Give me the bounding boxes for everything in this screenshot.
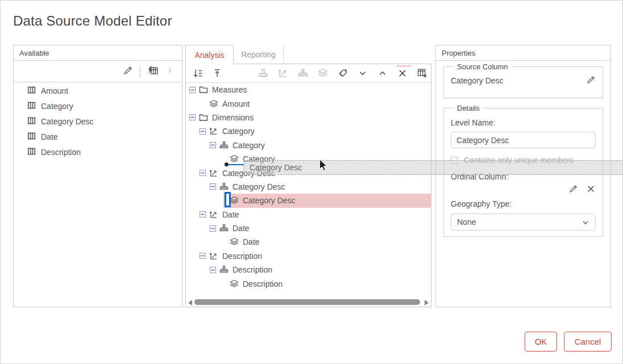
mouse-cursor-icon [319,159,329,174]
add-hierarchy-icon[interactable] [298,68,308,78]
scroll-right-arrow-icon[interactable] [425,300,429,306]
tree-label: Description [232,265,272,274]
ok-button[interactable]: OK [525,332,557,352]
chevron-down-icon[interactable] [358,68,368,78]
level-icon [230,154,239,164]
tree-label: Description [222,252,262,261]
geography-type-select[interactable]: None [451,214,596,231]
table-column-icon [27,86,36,96]
tree-row-categorydesc-hierarchy[interactable]: Category Desc [186,180,431,194]
hierarchy-icon [219,141,229,150]
list-item[interactable]: Description [14,144,182,160]
tree-row-description-hierarchy[interactable]: Description [186,263,431,277]
tab-analysis[interactable]: Analysis [185,45,234,64]
dimension-icon [209,169,218,178]
list-item[interactable]: Category Desc [14,114,182,129]
source-column-legend: Source Column [454,62,511,71]
delete-icon[interactable] [397,68,408,78]
field-label: Date [41,132,58,141]
collapse-box-icon[interactable] [189,87,196,93]
add-measure-icon[interactable] [258,68,268,78]
add-dimension-icon[interactable] [278,68,288,78]
collapse-box-icon[interactable] [210,183,216,190]
hierarchy-icon [219,265,229,274]
hover-hint-line [396,65,412,67]
delete-table-icon[interactable] [417,68,427,78]
move-down-icon[interactable] [193,68,203,78]
tree-label: Date [243,237,260,246]
tree-row-category-dimension[interactable]: Category [186,124,431,138]
collapse-box-icon[interactable] [210,225,216,232]
edit-ordinal-column-icon[interactable] [568,184,578,194]
source-column-value: Category Desc [451,76,504,85]
edit-field-icon[interactable] [123,65,133,78]
table-column-icon [27,132,36,142]
model-toolbar [186,64,431,83]
level-icon [230,279,239,288]
level-name-input[interactable] [451,132,596,148]
add-level-icon[interactable] [318,68,328,78]
available-field-list: Amount Category Category Desc Date Descr… [14,82,182,160]
tree-row-category-hierarchy[interactable]: Category [186,139,431,152]
field-label: Amount [41,86,68,95]
tree-row-dimensions[interactable]: Dimensions [186,111,431,124]
level-icon [209,99,218,108]
dimension-icon [209,252,218,261]
collapse-box-icon[interactable] [210,142,216,148]
collapse-box-icon[interactable] [189,114,196,120]
tree-row-amount[interactable]: Amount [186,97,431,110]
field-label: Description [41,148,81,157]
collapse-box-icon[interactable] [200,170,206,176]
tree-row-date-hierarchy[interactable]: Date [186,221,431,235]
dimension-icon [209,210,218,219]
chevron-up-icon[interactable] [377,68,388,78]
add-calculated-field-icon[interactable] [147,65,159,78]
collapse-box-icon[interactable] [200,128,206,135]
hierarchy-icon [219,224,229,233]
clear-ordinal-column-icon[interactable] [586,184,596,194]
toolbar-divider [140,65,140,78]
drag-ghost-label: Category Desc [250,163,302,172]
tree-row-description-dimension[interactable]: Description [186,249,431,263]
list-item[interactable]: Category [14,98,182,114]
collapse-box-icon[interactable] [200,211,206,217]
tree-row-categorydesc-level-selected[interactable]: Category Desc [186,194,431,207]
tree-row-date-level[interactable]: Date [186,235,431,249]
model-panel: Measures Amount Dimensions Category [185,64,431,307]
table-column-icon [27,116,36,127]
available-toolbar [14,61,182,82]
data-source-model-editor-dialog: Data Source Model Editor Available Amoun… [0,0,623,364]
table-column-icon [27,101,36,111]
tree-row-measures[interactable]: Measures [186,83,431,97]
move-up-icon[interactable] [213,68,223,78]
add-attribute-icon[interactable] [338,68,348,78]
details-legend: Details [454,104,483,112]
table-column-icon [27,147,36,157]
tree-row-date-dimension[interactable]: Date [186,208,431,221]
collapse-box-icon[interactable] [210,267,216,273]
list-item[interactable]: Date [14,129,182,144]
available-panel: Available Amount Category [13,45,182,307]
scrollbar-thumb[interactable] [194,299,420,305]
horizontal-scrollbar[interactable] [188,299,429,305]
list-item[interactable]: Amount [14,83,182,98]
chevron-down-icon [582,219,589,227]
folder-icon [199,85,208,94]
tree-label: Category [222,127,255,136]
cancel-button[interactable]: Cancel [564,332,612,352]
chevron-right-icon[interactable] [165,66,174,77]
scroll-left-arrow-icon[interactable] [188,300,192,306]
dimension-icon [209,127,218,136]
field-label: Category [41,102,73,111]
tree-label: Category [232,141,265,150]
tree-row-description-level[interactable]: Description [186,277,431,290]
drag-ghost-row: Category Desc [243,160,623,175]
drop-insertion-marker [225,192,231,207]
tree-label: Description [243,279,283,288]
level-name-label: Level Name: [451,118,596,127]
edit-source-column-icon[interactable] [586,75,596,86]
tab-reporting[interactable]: Reporting [234,45,284,64]
collapse-box-icon[interactable] [200,253,206,259]
properties-panel-header: Properties [436,45,610,61]
tree-label: Date [222,210,239,219]
